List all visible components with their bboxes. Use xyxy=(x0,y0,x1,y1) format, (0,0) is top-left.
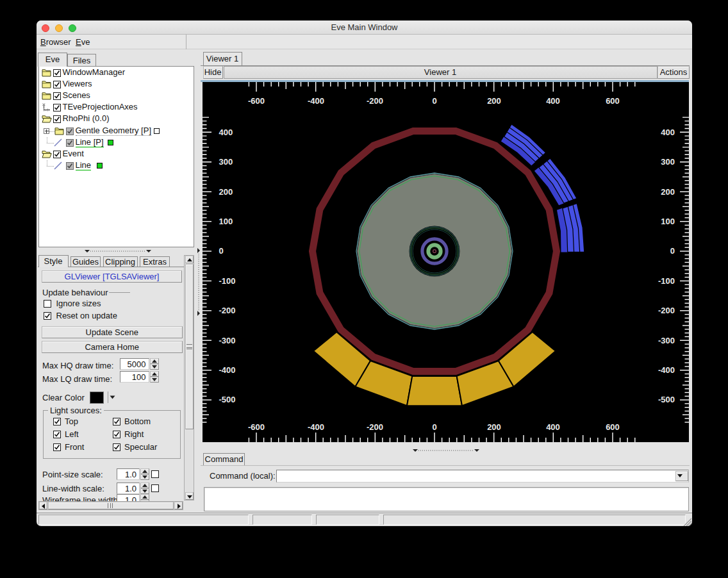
svg-text:-600: -600 xyxy=(248,422,265,432)
svg-text:300: 300 xyxy=(219,157,233,167)
svg-text:-600: -600 xyxy=(248,96,265,106)
svg-text:-100: -100 xyxy=(658,276,675,286)
svg-text:0: 0 xyxy=(670,246,675,256)
svg-text:-200: -200 xyxy=(367,422,383,432)
svg-text:0: 0 xyxy=(219,246,224,256)
svg-text:400: 400 xyxy=(219,128,233,137)
svg-text:-400: -400 xyxy=(658,365,675,375)
svg-text:600: 600 xyxy=(606,96,620,106)
svg-text:200: 200 xyxy=(487,422,501,432)
svg-text:-400: -400 xyxy=(308,422,324,432)
svg-text:300: 300 xyxy=(661,157,675,167)
svg-text:200: 200 xyxy=(487,96,501,106)
svg-text:-400: -400 xyxy=(219,365,236,375)
svg-text:-200: -200 xyxy=(367,96,383,106)
svg-text:400: 400 xyxy=(546,422,560,432)
svg-text:-100: -100 xyxy=(219,276,236,286)
svg-text:-500: -500 xyxy=(658,395,675,404)
svg-text:200: 200 xyxy=(661,187,675,197)
svg-text:0: 0 xyxy=(432,96,436,106)
svg-text:-300: -300 xyxy=(658,336,675,345)
svg-text:100: 100 xyxy=(661,217,675,226)
svg-text:-400: -400 xyxy=(308,96,324,106)
svg-text:-500: -500 xyxy=(219,395,236,404)
svg-text:0: 0 xyxy=(432,422,436,432)
svg-text:-300: -300 xyxy=(219,336,236,345)
svg-text:-200: -200 xyxy=(219,306,236,315)
svg-text:400: 400 xyxy=(546,96,560,106)
svg-text:600: 600 xyxy=(606,422,620,432)
svg-text:100: 100 xyxy=(219,217,233,226)
svg-text:400: 400 xyxy=(661,128,675,137)
svg-text:200: 200 xyxy=(219,187,233,197)
svg-text:-200: -200 xyxy=(658,306,675,315)
